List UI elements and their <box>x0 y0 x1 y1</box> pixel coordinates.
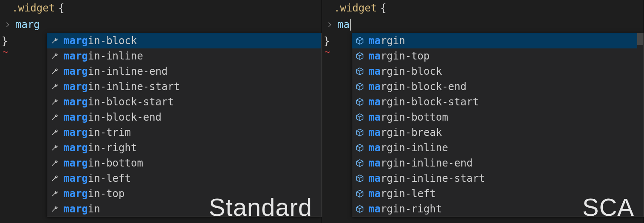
code-line-selector: .widget { <box>0 0 322 16</box>
scrollbar-thumb[interactable] <box>637 33 643 45</box>
suggestion-label: margin-break <box>368 127 442 138</box>
suggestion-label: margin-inline-end <box>63 65 168 77</box>
close-brace: } <box>324 35 330 47</box>
suggestion-item[interactable]: margin-bottom <box>47 155 321 171</box>
wrench-icon <box>51 98 59 106</box>
package-icon <box>356 37 364 45</box>
suggestion-item[interactable]: margin-bottom <box>352 110 637 125</box>
suggestion-label: margin-inline-end <box>368 157 473 169</box>
right-pane: .widget { ma } ~ marginmargin-topmargin-… <box>322 0 644 223</box>
package-icon <box>356 159 364 167</box>
wrench-icon <box>51 82 59 91</box>
suggestion-scrollbar[interactable] <box>637 33 643 217</box>
chevron-right-icon <box>327 22 333 28</box>
package-icon <box>356 144 364 152</box>
suggestion-label: margin-left <box>368 188 436 200</box>
suggestion-label: margin-block-end <box>368 81 466 93</box>
suggestion-label: margin-block-end <box>63 111 161 123</box>
suggestion-item[interactable]: margin-block-end <box>352 79 637 94</box>
suggestion-item[interactable]: margin-inline <box>352 140 637 155</box>
suggestion-label: margin-block-start <box>63 96 174 108</box>
open-brace: { <box>55 2 64 14</box>
suggestion-label: margin-top <box>368 50 430 62</box>
suggestion-item[interactable]: margin-left <box>352 186 637 201</box>
wrench-icon <box>51 159 59 167</box>
code-line-selector: .widget { <box>322 0 644 16</box>
package-icon <box>356 128 364 137</box>
suggestion-label: margin-right <box>368 203 442 215</box>
wrench-icon <box>51 128 59 137</box>
package-icon <box>356 52 364 60</box>
suggestion-label: margin-block <box>368 65 442 77</box>
suggestion-label: margin-trim <box>63 127 131 138</box>
suggestion-label: margin-left <box>63 172 131 184</box>
suggestion-item[interactable]: margin-right <box>352 201 637 217</box>
suggestion-label: margin-inline-start <box>63 81 180 93</box>
suggestion-label: margin <box>368 35 405 47</box>
suggestion-item[interactable]: margin-top <box>47 186 321 201</box>
suggestion-item[interactable]: margin-block-start <box>47 94 321 110</box>
wrench-icon <box>51 37 59 45</box>
input-row[interactable]: ma <box>322 16 644 33</box>
comparison-root: .widget { marg } ~ margin-blockmargin-in… <box>0 0 644 223</box>
suggestion-label: margin <box>63 203 100 215</box>
selector-text: .widget <box>12 2 55 14</box>
wrench-icon <box>51 113 59 121</box>
suggestion-item[interactable]: margin-block <box>47 33 321 48</box>
selector-text: .widget <box>334 2 377 14</box>
wrench-icon <box>51 189 59 198</box>
wrench-icon <box>51 67 59 76</box>
suggestion-item[interactable]: margin-block-start <box>352 94 637 110</box>
text-cursor <box>350 19 351 31</box>
suggestion-item[interactable]: margin <box>352 33 637 48</box>
suggestion-item[interactable]: margin-break <box>352 125 637 140</box>
typed-text: ma <box>337 19 350 31</box>
close-brace: } <box>2 35 8 47</box>
suggestion-label: margin-bottom <box>63 157 143 169</box>
package-icon <box>356 174 364 183</box>
suggestion-label: margin-inline <box>63 50 143 62</box>
suggestion-popup: margin-blockmargin-inlinemargin-inline-e… <box>47 33 322 217</box>
suggestion-item[interactable]: margin-block <box>352 64 637 79</box>
suggestion-label: margin-inline <box>368 142 448 154</box>
suggestion-label: margin-right <box>63 142 137 154</box>
wrench-icon <box>51 205 59 213</box>
suggestion-item[interactable]: margin-inline <box>47 48 321 64</box>
package-icon <box>356 189 364 198</box>
suggestion-item[interactable]: margin-right <box>47 140 321 155</box>
package-icon <box>356 98 364 106</box>
suggestion-label: margin-block-start <box>368 96 479 108</box>
package-icon <box>356 67 364 76</box>
chevron-right-icon <box>5 22 11 28</box>
suggestion-label: margin-bottom <box>368 111 448 123</box>
suggestion-item[interactable]: margin-inline-end <box>352 155 637 171</box>
open-brace: { <box>377 2 386 14</box>
suggestion-label: margin-inline-start <box>368 172 485 184</box>
suggestion-item[interactable]: margin-inline-start <box>352 171 637 186</box>
package-icon <box>356 113 364 121</box>
suggestion-item[interactable]: margin-left <box>47 171 321 186</box>
wrench-icon <box>51 174 59 183</box>
suggestion-item[interactable]: margin-top <box>352 48 637 64</box>
suggestion-item[interactable]: margin-inline-start <box>47 79 321 94</box>
suggestion-item[interactable]: margin-block-end <box>47 110 321 125</box>
suggestion-label: margin-top <box>63 188 125 200</box>
package-icon <box>356 205 364 213</box>
left-pane: .widget { marg } ~ margin-blockmargin-in… <box>0 0 322 223</box>
suggestion-label: margin-block <box>63 35 137 47</box>
wrench-icon <box>51 144 59 152</box>
suggestion-item[interactable]: margin-inline-end <box>47 64 321 79</box>
suggestion-popup: marginmargin-topmargin-blockmargin-block… <box>352 33 644 217</box>
suggestion-item[interactable]: margin <box>47 201 321 217</box>
typed-text: marg <box>15 19 40 31</box>
suggestion-item[interactable]: margin-trim <box>47 125 321 140</box>
package-icon <box>356 82 364 91</box>
wrench-icon <box>51 52 59 60</box>
input-row[interactable]: marg <box>0 16 322 33</box>
